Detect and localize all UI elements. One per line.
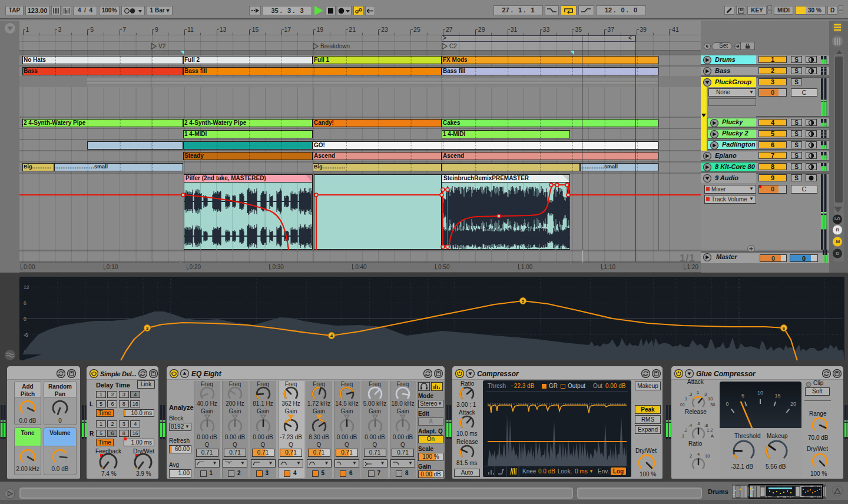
svg-text:5: 5 [741,393,744,399]
svg-text:6: 6 [783,326,786,331]
svg-text:0: 0 [726,401,728,407]
svg-text:5: 5 [522,299,525,304]
svg-text:20: 20 [790,401,796,407]
svg-text:15: 15 [774,393,780,399]
svg-text:10: 10 [757,390,763,396]
svg-text:3: 3 [146,326,149,331]
svg-text:4: 4 [330,333,333,339]
